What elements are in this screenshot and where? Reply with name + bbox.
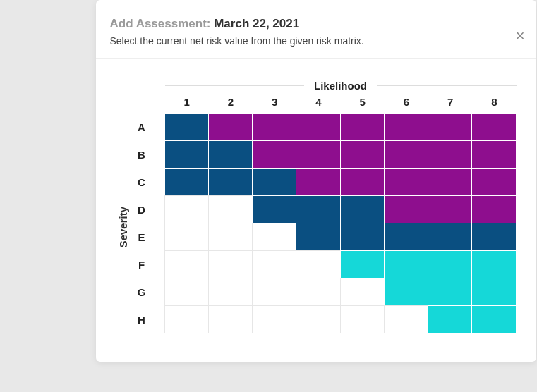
severity-axis-label: Severity xyxy=(113,207,129,247)
row-head-G: G xyxy=(127,278,165,306)
matrix-cell-B7[interactable] xyxy=(428,140,472,169)
matrix-grid: ABCDEFGH xyxy=(127,114,517,333)
matrix-cell-D1[interactable] xyxy=(164,195,209,223)
matrix-cell-H8[interactable] xyxy=(471,305,516,333)
matrix-cell-H1[interactable] xyxy=(164,305,209,333)
matrix-cell-F3[interactable] xyxy=(252,250,296,278)
assessment-modal: Add Assessment: March 22, 2021 Select th… xyxy=(96,0,536,362)
matrix-cell-G1[interactable] xyxy=(164,278,209,306)
row-head-C: C xyxy=(127,169,165,196)
matrix-cell-F2[interactable] xyxy=(208,250,253,278)
likelihood-col-headers: 1 2 3 4 5 6 7 8 xyxy=(165,96,517,108)
matrix-cell-D2[interactable] xyxy=(208,195,253,223)
matrix-cell-B4[interactable] xyxy=(296,140,340,169)
matrix-cell-B5[interactable] xyxy=(340,140,385,169)
matrix-cell-A7[interactable] xyxy=(428,113,472,141)
col-head-8: 8 xyxy=(472,96,516,108)
matrix-cell-C8[interactable] xyxy=(471,168,516,196)
matrix-row: E xyxy=(127,223,517,251)
matrix-cell-G3[interactable] xyxy=(252,278,296,306)
matrix-cell-C3[interactable] xyxy=(252,168,296,196)
matrix-cell-E1[interactable] xyxy=(164,223,209,251)
matrix-cell-C5[interactable] xyxy=(340,168,385,196)
matrix-cell-G2[interactable] xyxy=(208,278,253,306)
matrix-cell-F7[interactable] xyxy=(428,250,472,278)
matrix-cell-F6[interactable] xyxy=(384,250,428,278)
matrix-cell-B6[interactable] xyxy=(384,140,428,169)
matrix-cell-F8[interactable] xyxy=(471,250,516,278)
col-head-5: 5 xyxy=(341,96,385,108)
row-head-B: B xyxy=(127,141,165,169)
matrix-cell-A2[interactable] xyxy=(208,113,253,141)
row-head-D: D xyxy=(127,196,165,223)
matrix-cell-A8[interactable] xyxy=(471,113,516,141)
matrix-cell-B2[interactable] xyxy=(208,140,253,169)
matrix-cell-E2[interactable] xyxy=(208,223,253,251)
matrix-cell-G8[interactable] xyxy=(471,278,516,306)
matrix-cell-C2[interactable] xyxy=(208,168,253,196)
matrix-cell-C7[interactable] xyxy=(428,168,472,196)
matrix-cell-E8[interactable] xyxy=(471,223,516,251)
matrix-cell-H5[interactable] xyxy=(340,305,385,333)
matrix-cell-G5[interactable] xyxy=(340,278,385,306)
matrix-row: A xyxy=(127,114,517,141)
matrix-cell-A6[interactable] xyxy=(384,113,428,141)
col-head-7: 7 xyxy=(428,96,472,108)
modal-header: Add Assessment: March 22, 2021 Select th… xyxy=(96,0,536,59)
likelihood-axis-label: Likelihood xyxy=(304,80,377,92)
matrix-cell-F4[interactable] xyxy=(296,250,340,278)
matrix-cell-F5[interactable] xyxy=(340,250,385,278)
matrix-cell-H7[interactable] xyxy=(428,305,472,333)
matrix-row: C xyxy=(127,169,517,196)
matrix-cell-A4[interactable] xyxy=(296,113,340,141)
matrix-cell-E4[interactable] xyxy=(296,223,340,251)
matrix-cell-D5[interactable] xyxy=(340,195,385,223)
matrix-cell-C6[interactable] xyxy=(384,168,428,196)
row-head-E: E xyxy=(127,223,165,251)
matrix-cell-G7[interactable] xyxy=(428,278,472,306)
matrix-row: B xyxy=(127,141,517,169)
axis-line-left xyxy=(165,85,305,86)
matrix-row: F xyxy=(127,251,517,278)
matrix-cell-B3[interactable] xyxy=(252,140,296,169)
close-icon[interactable]: × xyxy=(516,28,525,44)
matrix-cell-D6[interactable] xyxy=(384,195,428,223)
axis-line-right xyxy=(377,85,517,86)
matrix-cell-H6[interactable] xyxy=(384,305,428,333)
col-head-1: 1 xyxy=(165,96,209,108)
title-date: March 22, 2021 xyxy=(214,17,299,30)
col-head-2: 2 xyxy=(209,96,253,108)
matrix-cell-B8[interactable] xyxy=(471,140,516,169)
matrix-cell-E7[interactable] xyxy=(428,223,472,251)
matrix-cell-D7[interactable] xyxy=(428,195,472,223)
matrix-cell-D3[interactable] xyxy=(252,195,296,223)
matrix-cell-C1[interactable] xyxy=(164,168,209,196)
matrix-cell-E6[interactable] xyxy=(384,223,428,251)
matrix-cell-H3[interactable] xyxy=(252,305,296,333)
row-head-H: H xyxy=(127,306,165,333)
matrix-cell-E5[interactable] xyxy=(340,223,385,251)
modal-title: Add Assessment: March 22, 2021 xyxy=(110,17,515,31)
matrix-cell-E3[interactable] xyxy=(252,223,296,251)
matrix-cell-A5[interactable] xyxy=(340,113,385,141)
modal-subtitle: Select the current net risk value from t… xyxy=(110,35,515,47)
matrix-cell-B1[interactable] xyxy=(164,140,209,169)
title-prefix: Add Assessment: xyxy=(110,17,211,30)
risk-matrix: Severity Likelihood 1 2 3 4 5 6 7 8 ABCD… xyxy=(96,59,536,333)
matrix-cell-C4[interactable] xyxy=(296,168,340,196)
matrix-cell-H2[interactable] xyxy=(208,305,253,333)
matrix-row: G xyxy=(127,278,517,306)
matrix-cell-D8[interactable] xyxy=(471,195,516,223)
row-head-F: F xyxy=(127,251,165,278)
matrix-cell-A3[interactable] xyxy=(252,113,296,141)
matrix-cell-H4[interactable] xyxy=(296,305,340,333)
col-head-6: 6 xyxy=(385,96,428,108)
matrix-cell-G6[interactable] xyxy=(384,278,428,306)
matrix-cell-D4[interactable] xyxy=(296,195,340,223)
likelihood-axis: Likelihood xyxy=(165,80,517,92)
col-head-4: 4 xyxy=(296,96,340,108)
matrix-cell-A1[interactable] xyxy=(164,113,209,141)
matrix-cell-G4[interactable] xyxy=(296,278,340,306)
matrix-cell-F1[interactable] xyxy=(164,250,209,278)
matrix-row: D xyxy=(127,196,517,223)
